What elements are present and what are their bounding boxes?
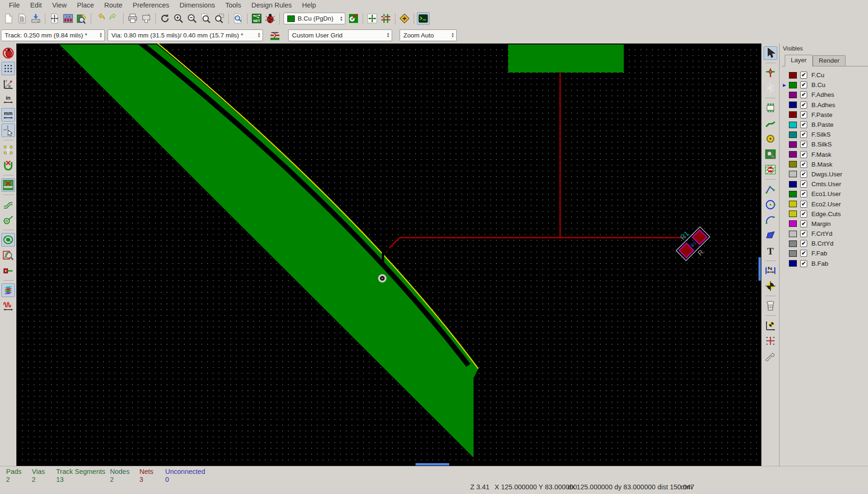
layer-row-f-crtyd[interactable]: ✔F.CrtYd — [783, 229, 868, 239]
layer-row-f-fab[interactable]: ✔F.Fab — [783, 248, 868, 258]
layer-color-swatch[interactable] — [789, 72, 797, 79]
via[interactable] — [379, 275, 386, 282]
layer-row-f-adhes[interactable]: ✔F.Adhes — [783, 90, 868, 100]
via-size-combo[interactable]: Via: 0.80 mm (31.5 mils)/ 0.40 mm (15.7 … — [108, 29, 263, 41]
track-width-combo[interactable]: Track: 0.250 mm (9.84 mils) * ▲▼ — [1, 29, 105, 41]
layer-row-b-crtyd[interactable]: ✔B.CrtYd — [783, 239, 868, 248]
layer-visibility-checkbox[interactable]: ✔ — [800, 102, 807, 109]
layer-visibility-checkbox[interactable]: ✔ — [800, 131, 807, 138]
menu-place[interactable]: Place — [72, 1, 99, 9]
zone-outline-icon[interactable] — [1, 248, 15, 262]
menu-view[interactable]: View — [47, 1, 72, 9]
plotter-icon[interactable] — [140, 12, 153, 25]
layer-row-b-paste[interactable]: ✔B.Paste — [783, 120, 868, 130]
layer-color-swatch[interactable] — [789, 122, 797, 128]
open-board-icon[interactable] — [16, 12, 29, 25]
layer-color-swatch[interactable] — [789, 240, 797, 247]
autoroute-icon[interactable] — [398, 12, 411, 25]
layer-row-b-adhes[interactable]: ✔B.Adhes — [783, 100, 868, 110]
ratsnest-module-icon[interactable] — [1, 159, 15, 172]
layer-color-swatch[interactable] — [789, 102, 797, 108]
layer-row-b-fab[interactable]: ✔B.Fab — [783, 259, 868, 269]
add-footprint-icon[interactable] — [764, 101, 777, 115]
layer-row-edge-cuts[interactable]: ✔Edge.Cuts — [783, 209, 868, 219]
add-arc-icon[interactable] — [764, 213, 777, 227]
drag-track-icon[interactable] — [366, 12, 379, 25]
find-icon[interactable] — [232, 12, 244, 25]
copper-rect[interactable] — [508, 44, 624, 73]
layer-row-f-mask[interactable]: ✔F.Mask — [783, 150, 868, 160]
via-track-options-icon[interactable] — [347, 12, 360, 25]
menu-route[interactable]: Route — [99, 1, 128, 9]
layer-visibility-checkbox[interactable]: ✔ — [800, 121, 807, 128]
zoom-in-icon[interactable] — [172, 12, 185, 25]
layer-row-dwgs-user[interactable]: ✔Dwgs.User — [783, 169, 868, 179]
layer-visibility-checkbox[interactable]: ✔ — [800, 161, 807, 168]
zoom-selection-icon[interactable] — [213, 12, 226, 25]
undo-icon[interactable] — [94, 12, 107, 25]
ratsnest-general-icon[interactable] — [1, 143, 15, 157]
layer-color-swatch[interactable] — [789, 220, 797, 227]
units-mm-icon[interactable]: mm — [1, 108, 15, 122]
drc-off-icon[interactable] — [1, 46, 15, 60]
layer-visibility-checkbox[interactable]: ✔ — [800, 201, 807, 208]
layer-selector[interactable]: B.Cu (PgDn) ▲▼ — [284, 13, 345, 24]
layer-color-swatch[interactable] — [789, 82, 797, 88]
board-setup-icon[interactable]: 1.4 — [62, 12, 74, 25]
microwave-tools-icon[interactable] — [1, 299, 15, 312]
page-settings-icon[interactable] — [48, 12, 61, 25]
save-board-icon[interactable] — [29, 12, 42, 25]
grid-select-combo[interactable]: Custom User Grid ▲▼ — [288, 29, 392, 41]
drc-icon[interactable] — [264, 12, 277, 25]
layer-color-swatch[interactable] — [789, 161, 797, 167]
layer-color-swatch[interactable] — [789, 201, 797, 207]
redo-icon[interactable] — [108, 12, 120, 25]
layer-visibility-checkbox[interactable]: ✔ — [800, 260, 807, 267]
zoom-out-icon[interactable] — [186, 12, 198, 25]
track-sketch-icon[interactable] — [1, 198, 15, 211]
pad-sketch-icon[interactable] — [1, 264, 15, 277]
layer-color-swatch[interactable] — [789, 260, 797, 267]
zoom-select-combo[interactable]: Zoom Auto ▲▼ — [400, 29, 457, 41]
auto-delete-track-icon[interactable] — [1, 178, 15, 192]
v-scrollbar-thumb[interactable] — [759, 257, 761, 281]
layer-color-swatch[interactable] — [789, 191, 797, 197]
grid-origin-icon[interactable] — [764, 334, 777, 348]
print-icon[interactable] — [126, 12, 139, 25]
layer-color-swatch[interactable] — [789, 111, 797, 118]
layer-visibility-checkbox[interactable]: ✔ — [800, 211, 807, 218]
layer-row-cmts-user[interactable]: ✔Cmts.User — [783, 179, 868, 189]
layer-visibility-checkbox[interactable]: ✔ — [800, 111, 807, 118]
pcb-canvas[interactable]: R1 R1 R — [16, 44, 761, 466]
add-dimension-icon[interactable] — [764, 264, 777, 277]
menu-preferences[interactable]: Preferences — [128, 1, 175, 9]
measure-icon[interactable] — [764, 349, 777, 363]
layer-visibility-checkbox[interactable]: ✔ — [800, 220, 807, 227]
menu-edit[interactable]: Edit — [25, 1, 47, 9]
layer-visibility-checkbox[interactable]: ✔ — [800, 72, 807, 79]
layer-row-eco2-user[interactable]: ✔Eco2.User — [783, 199, 868, 209]
layer-color-swatch[interactable] — [789, 211, 797, 217]
menu-tools[interactable]: Tools — [220, 1, 246, 9]
delete-tool-icon[interactable] — [764, 299, 777, 312]
add-line-icon[interactable] — [764, 182, 777, 196]
layer-row-margin[interactable]: ✔Margin — [783, 219, 868, 229]
plot-preview-icon[interactable] — [75, 12, 88, 25]
layer-color-swatch[interactable] — [789, 181, 797, 188]
layer-visibility-checkbox[interactable]: ✔ — [800, 181, 807, 188]
menu-dimensions[interactable]: Dimensions — [175, 1, 220, 9]
netlist-icon[interactable]: NET — [250, 12, 263, 25]
tab-render[interactable]: Render — [813, 55, 846, 66]
add-circle-icon[interactable] — [764, 198, 777, 211]
menu-file[interactable]: File — [4, 1, 25, 9]
cursor-shape-icon[interactable] — [1, 124, 15, 137]
highlight-net-icon[interactable] — [764, 66, 777, 80]
add-zone-icon[interactable] — [764, 147, 777, 161]
interactive-router-icon[interactable] — [379, 12, 392, 25]
layer-visibility-checkbox[interactable]: ✔ — [800, 190, 807, 197]
layer-visibility-checkbox[interactable]: ✔ — [800, 250, 807, 257]
layer-row-b-mask[interactable]: ✔B.Mask — [783, 160, 868, 169]
drill-origin-icon[interactable] — [764, 319, 777, 332]
layer-row-eco1-user[interactable]: ✔Eco1.User — [783, 189, 868, 199]
polar-coords-icon[interactable]: rφ — [1, 77, 15, 91]
